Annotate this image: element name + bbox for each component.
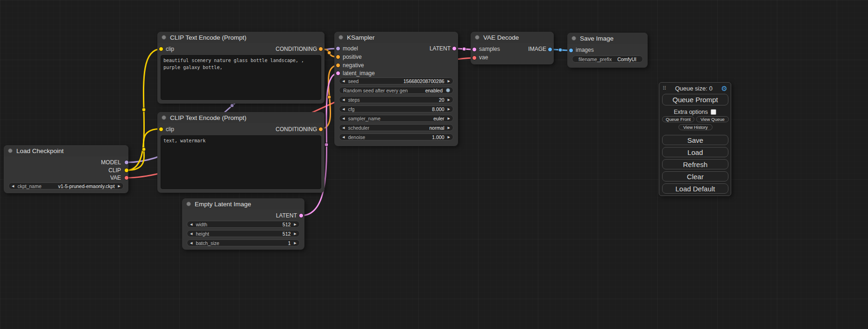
output-slot-vae[interactable] xyxy=(124,175,129,180)
output-slot-image[interactable] xyxy=(548,47,552,52)
view-history-button[interactable]: View History xyxy=(678,124,713,130)
drag-handle-icon[interactable]: ⠿ xyxy=(663,85,666,91)
widget-name: ckpt_name xyxy=(17,183,41,189)
increment-arrow-icon[interactable]: ▶ xyxy=(294,232,296,235)
collapse-dot-icon[interactable] xyxy=(475,35,480,40)
link-midpoint-dot xyxy=(230,104,234,107)
input-slot-clip[interactable] xyxy=(159,47,163,51)
widget-value: 512 xyxy=(282,222,291,227)
widget-value: 1.000 xyxy=(432,134,444,140)
widget-width[interactable]: ◀ width 512 ▶ xyxy=(187,221,300,228)
decrement-arrow-icon[interactable]: ◀ xyxy=(342,107,345,111)
extra-options-checkbox[interactable] xyxy=(711,109,716,115)
input-slot-clip[interactable] xyxy=(159,127,163,132)
input-slot-latent-image[interactable] xyxy=(336,71,340,76)
node-header[interactable]: Empty Latent Image xyxy=(182,198,304,210)
node-title: Save Image xyxy=(580,35,614,42)
output-slot-conditioning[interactable] xyxy=(318,47,323,51)
load-default-button[interactable]: Load Default xyxy=(662,183,728,194)
widget-scheduler[interactable]: ◀ scheduler normal ▶ xyxy=(339,124,453,131)
increment-arrow-icon[interactable]: ▶ xyxy=(294,223,296,226)
decrement-arrow-icon[interactable]: ◀ xyxy=(342,135,345,139)
input-slot-negative[interactable] xyxy=(336,63,340,68)
widget-height[interactable]: ◀ height 512 ▶ xyxy=(187,230,300,237)
decrement-arrow-icon[interactable]: ◀ xyxy=(342,126,345,129)
output-label-clip: CLIP xyxy=(108,167,121,175)
node-header[interactable]: CLIP Text Encode (Prompt) xyxy=(157,112,325,123)
collapse-dot-icon[interactable] xyxy=(162,115,166,120)
increment-arrow-icon[interactable]: ▶ xyxy=(448,107,450,111)
node-header[interactable]: VAE Decode xyxy=(471,32,554,43)
load-button[interactable]: Load xyxy=(662,147,728,157)
input-slot-vae[interactable] xyxy=(472,56,477,60)
node-title: Empty Latent Image xyxy=(195,201,251,208)
widget-random-seed-toggle[interactable]: Random seed after every gen enabled xyxy=(339,87,453,94)
widget-name: height xyxy=(196,231,209,237)
refresh-button[interactable]: Refresh xyxy=(662,159,728,169)
increment-arrow-icon[interactable]: ▶ xyxy=(448,126,450,129)
node-graph-canvas[interactable]: Load Checkpoint MODEL CLIP VAE ◀ ckpt_na… xyxy=(0,0,868,329)
prompt-textarea[interactable]: text, watermark xyxy=(161,135,321,189)
queue-panel-header: ⠿ Queue size: 0 ⚙ xyxy=(659,84,731,92)
increment-arrow-icon[interactable]: ▶ xyxy=(118,184,120,188)
save-button[interactable]: Save xyxy=(662,135,728,145)
widget-seed[interactable]: ◀ seed 156680208700286 ▶ xyxy=(339,77,453,84)
widget-value: enabled xyxy=(425,88,443,93)
node-save-image[interactable]: Save Image images filename_prefix ComfyU… xyxy=(567,33,648,68)
queue-prompt-button[interactable]: Queue Prompt xyxy=(662,94,728,105)
collapse-dot-icon[interactable] xyxy=(339,35,343,40)
output-slot-clip[interactable] xyxy=(124,168,129,173)
node-header[interactable]: KSampler xyxy=(334,32,458,43)
widget-ckpt-name[interactable]: ◀ ckpt_name v1-5-pruned-emaonly.ckpt ▶ xyxy=(8,182,124,189)
widget-denoise[interactable]: ◀ denoise 1.000 ▶ xyxy=(339,133,453,140)
decrement-arrow-icon[interactable]: ◀ xyxy=(190,232,192,235)
view-queue-button[interactable]: View Queue xyxy=(696,116,729,122)
node-header[interactable]: Load Checkpoint xyxy=(4,145,128,156)
widget-steps[interactable]: ◀ steps 20 ▶ xyxy=(339,96,453,103)
decrement-arrow-icon[interactable]: ◀ xyxy=(12,184,14,188)
link-midpoint-dot xyxy=(558,48,562,52)
collapse-dot-icon[interactable] xyxy=(186,202,191,206)
node-ksampler[interactable]: KSampler model positive negative latent_… xyxy=(334,32,458,146)
decrement-arrow-icon[interactable]: ◀ xyxy=(342,98,345,101)
increment-arrow-icon[interactable]: ▶ xyxy=(294,241,296,245)
decrement-arrow-icon[interactable]: ◀ xyxy=(190,223,192,226)
increment-arrow-icon[interactable]: ▶ xyxy=(448,98,450,101)
input-slot-positive[interactable] xyxy=(336,55,340,59)
node-clip-text-encode-negative[interactable]: CLIP Text Encode (Prompt) clip CONDITION… xyxy=(157,112,325,193)
output-slot-model[interactable] xyxy=(124,160,129,165)
collapse-dot-icon[interactable] xyxy=(8,148,13,153)
input-slot-images[interactable] xyxy=(569,48,573,53)
increment-arrow-icon[interactable]: ▶ xyxy=(448,79,450,83)
prompt-textarea[interactable]: beautiful scenery nature glass bottle la… xyxy=(161,55,321,100)
clear-button[interactable]: Clear xyxy=(662,171,728,182)
increment-arrow-icon[interactable]: ▶ xyxy=(448,135,450,139)
decrement-arrow-icon[interactable]: ◀ xyxy=(342,117,345,120)
input-slot-samples[interactable] xyxy=(472,47,477,52)
input-slot-model[interactable] xyxy=(336,46,340,51)
output-slot-latent[interactable] xyxy=(299,213,303,218)
node-header[interactable]: CLIP Text Encode (Prompt) xyxy=(157,32,325,43)
queue-front-button[interactable]: Queue Front xyxy=(662,116,694,122)
decrement-arrow-icon[interactable]: ◀ xyxy=(190,241,192,245)
output-slot-latent[interactable] xyxy=(452,46,457,51)
node-header[interactable]: Save Image xyxy=(567,33,648,44)
widget-value: euler xyxy=(433,116,444,121)
settings-gear-icon[interactable]: ⚙ xyxy=(721,85,727,92)
output-slot-conditioning[interactable] xyxy=(318,127,323,132)
widget-sampler-name[interactable]: ◀ sampler_name euler ▶ xyxy=(339,115,453,122)
input-label-clip: clip xyxy=(166,45,174,53)
node-clip-text-encode-positive[interactable]: CLIP Text Encode (Prompt) clip CONDITION… xyxy=(157,32,325,104)
widget-filename-prefix[interactable]: filename_prefix ComfyUI xyxy=(572,56,643,63)
collapse-dot-icon[interactable] xyxy=(572,36,576,41)
node-vae-decode[interactable]: VAE Decode samples vae IMAGE xyxy=(471,32,554,64)
widget-cfg[interactable]: ◀ cfg 8.000 ▶ xyxy=(339,105,453,112)
collapse-dot-icon[interactable] xyxy=(162,35,166,40)
widget-batch-size[interactable]: ◀ batch_size 1 ▶ xyxy=(187,239,300,246)
increment-arrow-icon[interactable]: ▶ xyxy=(448,117,450,120)
toggle-indicator-icon[interactable] xyxy=(446,88,450,92)
decrement-arrow-icon[interactable]: ◀ xyxy=(342,79,345,83)
node-load-checkpoint[interactable]: Load Checkpoint MODEL CLIP VAE ◀ ckpt_na… xyxy=(4,145,128,193)
node-empty-latent-image[interactable]: Empty Latent Image LATENT ◀ width 512 ▶ … xyxy=(182,198,304,250)
input-label-samples: samples xyxy=(479,45,500,53)
